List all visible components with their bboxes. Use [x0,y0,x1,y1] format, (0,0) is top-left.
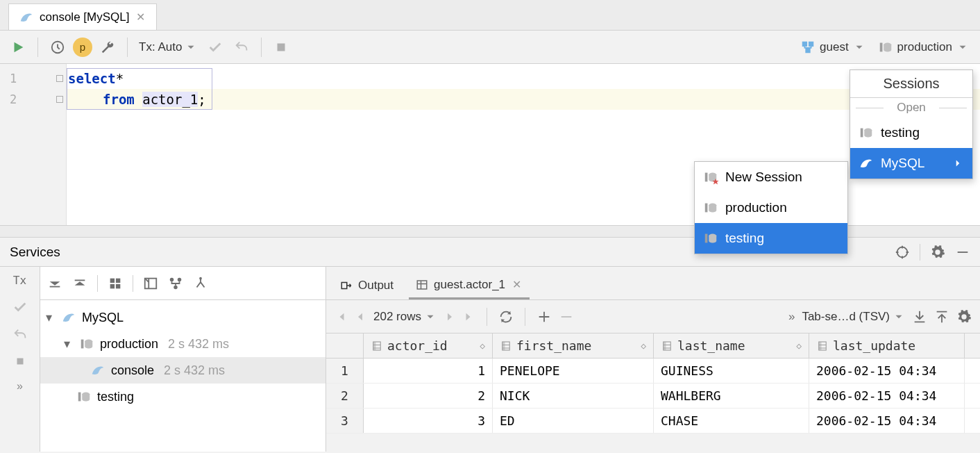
keyword: from [103,92,135,107]
table-row[interactable]: 1 1 PENELOPE GUINESS 2006-02-15 04:34 [326,359,980,384]
collapse-all-icon[interactable] [72,276,87,291]
row-count-dropdown[interactable]: 202 rows [373,310,437,324]
prev-page-icon[interactable] [354,311,366,323]
close-icon[interactable]: ✕ [511,278,523,291]
split-icon[interactable] [193,276,208,291]
tree-time: 2 s 432 ms [168,337,229,352]
cell[interactable]: ED [493,409,654,433]
column-header[interactable]: first_name◇ [493,333,654,358]
stop-button[interactable] [270,36,292,58]
tree-time: 2 s 432 ms [164,363,225,378]
history-button[interactable] [47,36,69,58]
tree-root[interactable]: ▾ MySQL [40,304,326,331]
table-row[interactable]: 2 2 NICK WAHLBERG 2006-02-15 04:34 [326,384,980,409]
rollback-button[interactable] [12,327,28,343]
cell[interactable]: GUINESS [654,359,809,383]
output-icon [340,279,353,292]
results-grid[interactable]: actor_id◇ first_name◇ last_name◇ last_up… [326,333,980,452]
result-tab[interactable]: guest.actor_1 ✕ [409,272,530,299]
sort-icon[interactable]: ◇ [480,340,485,351]
tab-label: Output [358,279,394,293]
table-row[interactable]: 3 3 ED CHASE 2006-02-15 04:34 [326,409,980,434]
cell[interactable]: 2006-02-15 04:34 [809,359,965,383]
grid-view-icon[interactable] [108,276,123,291]
item-label: testing [881,125,920,140]
fold-icon[interactable] [56,96,63,103]
session-item-production[interactable]: production [695,192,847,223]
branch-icon[interactable] [168,276,183,291]
more-icon[interactable]: » [17,380,23,393]
add-row-icon[interactable] [537,309,552,324]
last-page-icon[interactable] [463,311,475,323]
tx-mode-dropdown[interactable]: Tx: Auto [136,40,200,54]
run-button[interactable] [7,36,29,58]
sort-icon[interactable]: ◇ [796,340,802,351]
tree-item[interactable]: testing [40,384,326,410]
problems-badge[interactable]: p [73,38,92,57]
remove-row-icon[interactable] [559,309,574,324]
datasource-icon [76,389,92,404]
settings-wrench-button[interactable] [96,36,119,58]
session-item-testing[interactable]: testing [695,223,847,254]
reload-icon[interactable] [498,309,514,324]
gear-icon[interactable] [930,245,945,260]
services-tree[interactable]: ▾ MySQL ▾ production 2 s 432 ms console … [40,300,326,410]
column-header[interactable]: last_update [809,333,965,358]
file-tab-console[interactable]: console [MySQL] ✕ [8,3,157,30]
cell[interactable]: NICK [493,384,654,408]
session-label: production [897,40,952,54]
cell[interactable]: 3 [364,409,493,433]
row-number-header [326,333,364,358]
commit-button[interactable] [204,36,226,58]
fold-icon[interactable] [56,75,63,82]
first-page-icon[interactable] [335,311,347,323]
sort-icon[interactable]: ◇ [641,340,646,351]
close-icon[interactable]: ✕ [135,10,146,24]
layout-icon[interactable] [143,276,158,291]
more-icon[interactable]: » [788,310,795,324]
cell[interactable]: PENELOPE [493,359,654,383]
view-format-dropdown[interactable]: Tab-se…d (TSV) [802,310,905,324]
column-header[interactable]: last_name◇ [654,333,809,358]
sessions-sub-popup: New Session production testing [694,161,848,254]
hide-icon[interactable] [955,245,970,260]
tree-item[interactable]: ▾ production 2 s 432 ms [40,331,326,357]
cell[interactable]: CHASE [654,409,809,433]
import-icon[interactable] [934,309,949,324]
row-number: 3 [326,409,364,433]
next-page-icon[interactable] [443,311,456,323]
datasource-icon [878,40,893,55]
gear-icon[interactable] [956,309,972,324]
session-item-testing[interactable]: testing [850,117,972,148]
column-header[interactable]: actor_id◇ [364,333,493,358]
mysql-icon [19,10,34,25]
tree-label: console [111,363,154,378]
session-item-mysql[interactable]: MySQL [850,148,972,179]
tree-item[interactable]: console 2 s 432 ms [40,357,326,384]
output-tab[interactable]: Output [333,272,400,299]
cell[interactable]: WAHLBERG [654,384,809,408]
services-side-toolbar: Tx » [0,267,40,452]
commit-button[interactable] [12,299,28,315]
tab-label: guest.actor_1 [434,278,505,292]
item-label: production [725,200,787,215]
schema-dropdown[interactable]: guest [796,40,870,55]
stop-button[interactable] [14,355,26,368]
tx-label-icon[interactable]: Tx [13,274,26,287]
popup-title: Sessions [850,70,972,97]
expand-all-icon[interactable] [47,276,62,291]
cell[interactable]: 2006-02-15 04:34 [809,409,965,433]
datasource-icon [703,200,718,215]
rollback-button[interactable] [230,36,253,58]
cell[interactable]: 1 [364,359,493,383]
export-icon[interactable] [912,309,927,324]
item-label: testing [725,231,764,246]
cell[interactable]: 2006-02-15 04:34 [809,384,965,408]
chevron-right-icon [952,157,964,170]
cell[interactable]: 2 [364,384,493,408]
identifier: actor_1 [142,92,198,107]
schema-icon [800,40,816,55]
session-dropdown[interactable]: production [874,40,973,55]
target-icon[interactable] [895,245,910,260]
new-session-item[interactable]: New Session [695,162,847,192]
